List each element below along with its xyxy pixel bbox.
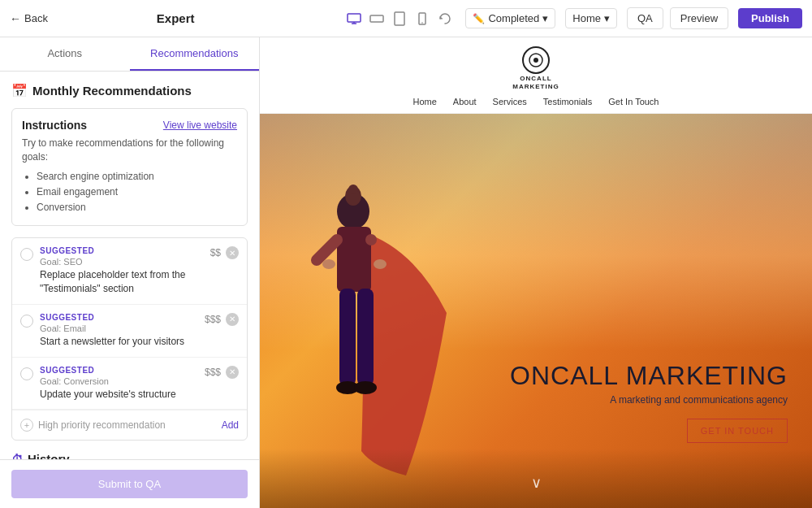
hero-subtitle: A marketing and communications agency [510, 394, 788, 406]
suggestion-item-seo: SUGGESTED Goal: SEO Replace placeholder … [12, 238, 247, 305]
top-bar: ← Back Expert ✏️ Completed ▾ [0, 0, 812, 37]
hero-figure [284, 167, 463, 508]
home-dropdown[interactable]: Home ▾ [565, 8, 617, 28]
add-recommendation-row: + High priority recommendation Add [12, 410, 247, 440]
qa-button[interactable]: QA [627, 7, 663, 29]
svg-rect-0 [348, 14, 361, 22]
add-circle-icon: + [20, 419, 33, 432]
chevron-down-icon: ▾ [542, 12, 548, 24]
hero-section: ONCALL MARKETING A marketing and communi… [260, 114, 812, 508]
suggestion-text-conversion: Update your website's structure [40, 388, 198, 402]
left-panel: Actions Recommendations 📅 Monthly Recomm… [0, 37, 260, 508]
suggestion-item-email: SUGGESTED Goal: Email Start a newsletter… [12, 305, 247, 358]
suggestion-remove-conversion[interactable]: ✕ [226, 366, 239, 379]
svg-point-12 [348, 185, 358, 194]
suggestion-goal-email: Goal: Email [40, 323, 198, 333]
add-rec-left: + High priority recommendation [20, 419, 166, 432]
suggestion-text-email: Start a newsletter for your visitors [40, 335, 198, 349]
suggestion-remove-email[interactable]: ✕ [226, 313, 239, 326]
mobile-icon[interactable] [413, 10, 431, 28]
panel-content: 📅 Monthly Recommendations Instructions V… [0, 72, 259, 459]
pencil-icon: ✏️ [473, 13, 485, 24]
suggestion-remove-seo[interactable]: ✕ [226, 246, 239, 259]
home-label: Home [572, 12, 601, 24]
svg-rect-4 [395, 12, 404, 25]
device-icons-group [345, 10, 454, 28]
tablet-icon[interactable] [391, 10, 408, 28]
instructions-title: Instructions [22, 119, 87, 132]
section-title: Monthly Recommendations [32, 84, 192, 98]
page-title: Expert [12, 11, 339, 25]
site-nav: ONCALLMARKETING Home About Services Test… [260, 37, 812, 114]
instructions-description: Try to make recommendations for the foll… [22, 137, 237, 164]
svg-point-9 [533, 58, 538, 63]
svg-point-21 [374, 259, 387, 269]
svg-point-19 [354, 381, 377, 394]
instructions-header: Instructions View live website [22, 119, 237, 132]
section-header: 📅 Monthly Recommendations [11, 83, 248, 98]
logo-text: ONCALLMARKETING [512, 75, 559, 92]
goal-email: Email engagement [37, 185, 237, 200]
svg-rect-17 [357, 289, 374, 386]
tab-recommendations[interactable]: Recommendations [130, 37, 260, 71]
suggestion-goal-seo: Goal: SEO [40, 257, 204, 267]
svg-rect-16 [339, 289, 356, 386]
svg-line-14 [317, 240, 337, 260]
add-link[interactable]: Add [222, 419, 239, 431]
suggestion-item-conversion: SUGGESTED Goal: Conversion Update your w… [12, 358, 247, 410]
preview-button[interactable]: Preview [670, 7, 728, 29]
suggestion-check-email[interactable] [20, 315, 33, 328]
desktop-icon[interactable] [345, 10, 363, 28]
hero-background: ONCALL MARKETING A marketing and communi… [260, 114, 812, 508]
site-logo: ONCALLMARKETING [512, 46, 559, 92]
site-nav-links: Home About Services Testimonials Get In … [413, 97, 659, 106]
svg-point-6 [422, 22, 424, 24]
publish-button[interactable]: Publish [738, 8, 802, 28]
hero-title: ONCALL MARKETING [510, 361, 788, 391]
add-rec-label: High priority recommendation [38, 419, 166, 431]
history-section: ⏱ History [11, 452, 248, 459]
suggestion-check-seo[interactable] [20, 248, 33, 261]
svg-rect-13 [337, 227, 371, 292]
instructions-card: Instructions View live website Try to ma… [11, 108, 248, 226]
nav-about[interactable]: About [453, 97, 477, 106]
goal-seo: Search engine optimization [37, 169, 237, 185]
nav-services[interactable]: Services [493, 97, 527, 106]
status-dropdown[interactable]: ✏️ Completed ▾ [465, 8, 555, 28]
tab-actions[interactable]: Actions [0, 37, 130, 71]
suggestion-body-conversion: SUGGESTED Goal: Conversion Update your w… [40, 366, 198, 402]
website-preview: ONCALLMARKETING Home About Services Test… [260, 37, 812, 508]
suggestion-meta-email: $$$ ✕ [205, 313, 239, 326]
nav-testimonials[interactable]: Testimonials [543, 97, 593, 106]
suggestion-tag-email: SUGGESTED [40, 313, 198, 322]
suggestion-goal-conversion: Goal: Conversion [40, 376, 198, 386]
suggestion-check-conversion[interactable] [20, 367, 33, 380]
goal-conversion: Conversion [37, 200, 237, 215]
nav-home[interactable]: Home [413, 97, 437, 106]
instructions-goals-list: Search engine optimization Email engagem… [22, 169, 237, 216]
scroll-down-icon[interactable]: ∨ [531, 474, 542, 492]
history-title: History [28, 452, 70, 459]
hero-cta-button[interactable]: GET IN TOUCH [687, 419, 788, 443]
suggestion-meta-conversion: $$$ ✕ [205, 366, 239, 379]
home-chevron-icon: ▾ [604, 12, 610, 24]
refresh-icon[interactable] [436, 10, 454, 28]
status-label: Completed [488, 12, 539, 24]
nav-get-in-touch[interactable]: Get In Touch [608, 97, 659, 106]
suggestion-cost-seo: $$ [210, 247, 221, 258]
suggestion-tag-conversion: SUGGESTED [40, 366, 198, 375]
suggestion-cost-conversion: $$$ [205, 367, 221, 378]
submit-bar: Submit to QA [0, 459, 259, 508]
hero-text-area: ONCALL MARKETING A marketing and communi… [510, 361, 788, 443]
svg-point-20 [322, 259, 335, 269]
panel-tabs: Actions Recommendations [0, 37, 259, 72]
suggestion-text-seo: Replace placeholder text from the "Testi… [40, 268, 204, 296]
svg-rect-3 [370, 15, 383, 22]
suggestion-tag-seo: SUGGESTED [40, 246, 204, 255]
right-panel: ONCALLMARKETING Home About Services Test… [260, 37, 812, 508]
suggestions-container: SUGGESTED Goal: SEO Replace placeholder … [11, 237, 248, 441]
submit-qa-button[interactable]: Submit to QA [11, 470, 248, 498]
tablet-landscape-icon[interactable] [368, 10, 386, 28]
view-live-link[interactable]: View live website [163, 119, 237, 131]
main-layout: Actions Recommendations 📅 Monthly Recomm… [0, 37, 812, 508]
